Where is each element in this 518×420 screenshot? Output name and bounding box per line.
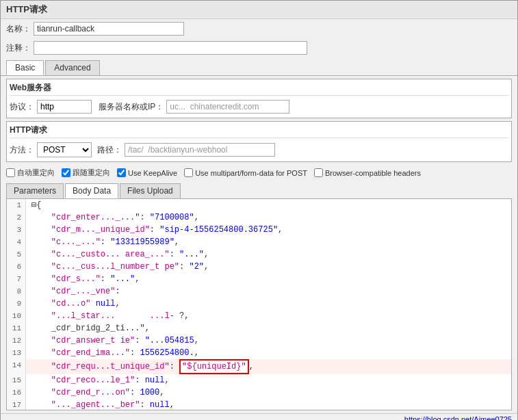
auto-redirect-checkbox[interactable]: 自动重定向: [6, 168, 55, 178]
tab-basic[interactable]: Basic: [6, 60, 44, 75]
code-line-7: 7 "cdr_s...": "...",: [7, 273, 511, 285]
code-line-3: 3 "cdr_m..._unique_id": "sip-4-155625480…: [7, 224, 511, 236]
path-label: 路径：: [97, 144, 122, 156]
tab-parameters[interactable]: Parameters: [6, 183, 64, 198]
protocol-label: 协议：: [10, 101, 34, 113]
code-line-2: 2 "cdr_enter..._...": "7100008",: [7, 211, 511, 224]
status-url: https://blog.csdn.net/Aimee0725: [404, 415, 512, 420]
tab-body-data[interactable]: Body Data: [65, 183, 118, 198]
checkboxes-row: 自动重定向 跟随重定向 Use KeepAlive Use multipart/…: [1, 165, 517, 181]
protocol-row: 协议： 服务器名称或IP：: [10, 99, 508, 115]
code-line-12: 12 "cdr_answer_t ie": "...054815,: [7, 334, 511, 347]
code-line-16: 16 "cdr_end_r...on": 1000,: [7, 386, 511, 399]
method-row: 方法： POST GET 路径：: [10, 141, 508, 159]
code-line-13: 13 "cdr_end_ima...": 1556254800.,: [7, 347, 511, 359]
name-input[interactable]: [34, 22, 184, 36]
code-line-17: 17 "..._agent..._ber": null,: [7, 399, 511, 410]
http-request-section: HTTP请求 方法： POST GET 路径：: [6, 121, 512, 162]
code-line-14: 14 "cdr_requ...t_unique_id": "${uniqueId…: [7, 359, 511, 374]
comment-input[interactable]: [34, 41, 307, 55]
server-label: 服务器名称或IP：: [99, 101, 164, 113]
code-line-15: 15 "cdr_reco...le_1": null,: [7, 374, 511, 386]
name-row: 名称：: [1, 19, 517, 38]
comment-row: 注释：: [1, 38, 517, 57]
code-line-1: 1 ⊟{: [7, 199, 511, 211]
body-tabs: Parameters Body Data Files Upload: [1, 181, 517, 198]
code-line-10: 10 "...l_star... ...l- ?,: [7, 310, 511, 322]
server-input[interactable]: [166, 100, 289, 114]
tab-advanced[interactable]: Advanced: [45, 60, 99, 75]
http-request-title: HTTP请求: [10, 124, 508, 138]
name-label: 名称：: [6, 23, 31, 35]
method-select[interactable]: POST GET: [37, 142, 92, 157]
use-multipart-checkbox[interactable]: Use multipart/form-data for POST: [184, 168, 307, 177]
use-keepalive-checkbox[interactable]: Use KeepAlive: [117, 168, 177, 177]
path-input[interactable]: [125, 143, 275, 157]
code-line-9: 9 "cd...o" null,: [7, 298, 511, 310]
title-bar: HTTP请求: [1, 1, 517, 19]
highlight-value: "${uniqueId}": [179, 359, 249, 374]
status-bar: https://blog.csdn.net/Aimee0725: [1, 413, 517, 420]
web-server-section: Web服务器 协议： 服务器名称或IP：: [6, 79, 512, 118]
browser-headers-checkbox[interactable]: Browser-compatible headers: [314, 168, 421, 177]
code-line-4: 4 "c..._...": "13311955989",: [7, 236, 511, 248]
tab-files-upload[interactable]: Files Upload: [120, 183, 181, 198]
code-line-8: 8 "cdr_..._vne":: [7, 285, 511, 298]
code-line-11: 11 _cdr_bridg_2_ti...",: [7, 322, 511, 334]
web-server-title: Web服务器: [10, 82, 508, 96]
http-request-window: HTTP请求 名称： 注释： Basic Advanced Web服务器 协议：…: [0, 0, 518, 420]
code-area: 1 ⊟{ 2 "cdr_enter..._...": "7100008", 3 …: [6, 198, 512, 410]
follow-redirect-checkbox[interactable]: 跟随重定向: [62, 168, 110, 178]
code-line-5: 5 "c..._custo... area_...": "...",: [7, 248, 511, 261]
comment-label: 注释：: [6, 42, 31, 54]
main-tabs: Basic Advanced: [1, 57, 517, 76]
code-line-6: 6 "c..._cus...l_number_t pe": "2",: [7, 261, 511, 273]
protocol-input[interactable]: [37, 100, 92, 114]
window-title: HTTP请求: [6, 4, 47, 14]
method-label: 方法：: [10, 144, 34, 156]
